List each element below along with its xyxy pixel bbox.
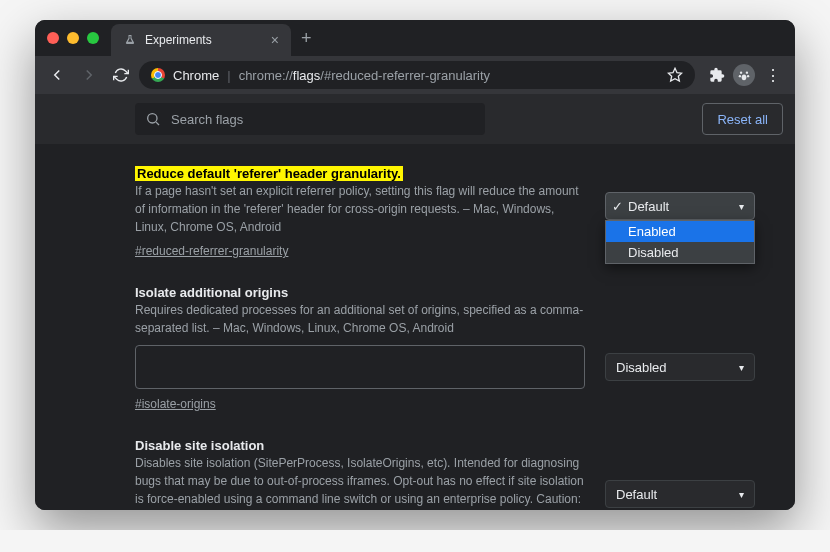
svg-point-2 <box>746 72 748 74</box>
chevron-down-icon: ▾ <box>739 362 744 373</box>
flag-select[interactable]: ✓ Default ▾ <box>605 192 755 220</box>
select-value: Default <box>616 487 657 502</box>
extensions-icon[interactable] <box>705 63 729 87</box>
flag-title: Reduce default 'referer' header granular… <box>135 166 403 181</box>
chrome-icon <box>151 68 165 82</box>
profile-avatar-icon[interactable] <box>733 64 755 86</box>
minimize-window-button[interactable] <box>67 32 79 44</box>
flask-icon <box>123 33 137 47</box>
search-icon <box>145 111 161 127</box>
svg-marker-0 <box>668 68 681 81</box>
flag-hash-link[interactable]: #reduced-referrer-granularity <box>135 244 288 258</box>
search-input[interactable]: Search flags <box>135 103 485 135</box>
flag-item: Isolate additional origins Requires dedi… <box>35 283 795 436</box>
select-value: Default <box>628 199 669 214</box>
url-text: chrome://flags/#reduced-referrer-granula… <box>239 68 490 83</box>
maximize-window-button[interactable] <box>87 32 99 44</box>
svg-point-1 <box>740 72 742 74</box>
reset-all-button[interactable]: Reset all <box>702 103 783 135</box>
page-content: Search flags Reset all Reduce default 'r… <box>35 94 795 510</box>
select-value: Disabled <box>616 360 667 375</box>
flag-desc: Requires dedicated processes for an addi… <box>135 301 585 337</box>
traffic-lights <box>47 32 99 44</box>
flag-item: Disable site isolation Disables site iso… <box>35 436 795 510</box>
flag-desc: Disables site isolation (SitePerProcess,… <box>135 454 585 510</box>
star-icon[interactable] <box>667 67 683 83</box>
browser-tab[interactable]: Experiments × <box>111 24 291 56</box>
back-button[interactable] <box>43 61 71 89</box>
search-placeholder: Search flags <box>171 112 243 127</box>
menu-button[interactable]: ⋮ <box>759 61 787 89</box>
flag-textarea[interactable] <box>135 345 585 389</box>
flags-list: Reduce default 'referer' header granular… <box>35 144 795 510</box>
close-window-button[interactable] <box>47 32 59 44</box>
flag-item: Reduce default 'referer' header granular… <box>35 164 795 283</box>
address-bar[interactable]: Chrome | chrome://flags/#reduced-referre… <box>139 61 695 89</box>
svg-line-7 <box>156 122 159 125</box>
browser-window: Experiments × + Chrome | chrome://flags/… <box>35 20 795 510</box>
flag-title: Disable site isolation <box>135 438 264 453</box>
flag-select[interactable]: Disabled ▾ <box>605 353 755 381</box>
dropdown-option-enabled[interactable]: Enabled <box>606 221 754 242</box>
flag-hash-link[interactable]: #isolate-origins <box>135 397 216 411</box>
flag-desc: If a page hasn't set an explicit referre… <box>135 182 585 236</box>
chevron-down-icon: ▾ <box>739 489 744 500</box>
toolbar: Chrome | chrome://flags/#reduced-referre… <box>35 56 795 94</box>
svg-point-5 <box>742 74 747 80</box>
flag-title: Isolate additional origins <box>135 285 288 300</box>
flags-top-bar: Search flags Reset all <box>35 94 795 144</box>
forward-button[interactable] <box>75 61 103 89</box>
flag-select[interactable]: Default ▾ <box>605 480 755 508</box>
new-tab-button[interactable]: + <box>301 28 312 49</box>
chrome-label: Chrome <box>173 68 219 83</box>
titlebar: Experiments × + <box>35 20 795 56</box>
chevron-down-icon: ▾ <box>739 201 744 212</box>
tab-close-icon[interactable]: × <box>271 32 279 48</box>
svg-point-6 <box>148 114 157 123</box>
dropdown-option-disabled[interactable]: Disabled <box>606 242 754 263</box>
svg-point-3 <box>739 75 741 77</box>
flag-dropdown: Enabled Disabled <box>605 220 755 264</box>
reload-button[interactable] <box>107 61 135 89</box>
svg-point-4 <box>747 75 749 77</box>
tab-title: Experiments <box>145 33 212 47</box>
